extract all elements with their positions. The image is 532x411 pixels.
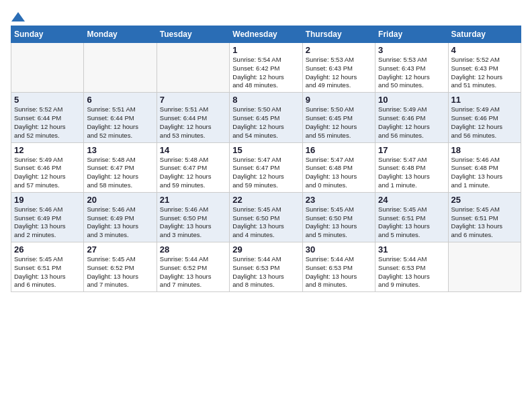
calendar-cell: 8Sunrise: 5:50 AMSunset: 6:45 PMDaylight… [230,93,302,142]
day-detail: Sunrise: 5:53 AMSunset: 6:43 PMDaylight:… [378,56,445,90]
calendar-cell: 2Sunrise: 5:53 AMSunset: 6:43 PMDaylight… [302,43,375,93]
calendar-cell: 27Sunrise: 5:45 AMSunset: 6:52 PMDayligh… [84,242,157,292]
day-detail: Sunrise: 5:44 AMSunset: 6:53 PMDaylight:… [378,255,445,289]
calendar-cell: 5Sunrise: 5:52 AMSunset: 6:44 PMDaylight… [11,93,84,142]
calendar-cell: 3Sunrise: 5:53 AMSunset: 6:43 PMDaylight… [375,43,448,93]
calendar-cell: 24Sunrise: 5:45 AMSunset: 6:51 PMDayligh… [375,192,448,242]
day-detail: Sunrise: 5:46 AMSunset: 6:50 PMDaylight:… [160,205,226,240]
day-detail: Sunrise: 5:52 AMSunset: 6:44 PMDaylight:… [14,105,81,140]
day-detail: Sunrise: 5:51 AMSunset: 6:44 PMDaylight:… [160,105,226,140]
calendar-cell: 10Sunrise: 5:49 AMSunset: 6:46 PMDayligh… [375,93,448,142]
day-number: 10 [378,95,445,105]
day-detail: Sunrise: 5:50 AMSunset: 6:45 PMDaylight:… [306,105,372,140]
day-number: 19 [14,195,81,205]
day-detail: Sunrise: 5:44 AMSunset: 6:53 PMDaylight:… [306,255,372,289]
day-detail: Sunrise: 5:53 AMSunset: 6:43 PMDaylight:… [306,56,372,90]
day-number: 1 [232,45,299,55]
calendar-cell: 20Sunrise: 5:46 AMSunset: 6:49 PMDayligh… [84,192,157,242]
day-detail: Sunrise: 5:47 AMSunset: 6:48 PMDaylight:… [306,156,372,190]
day-detail: Sunrise: 5:45 AMSunset: 6:51 PMDaylight:… [451,205,518,240]
day-detail: Sunrise: 5:48 AMSunset: 6:47 PMDaylight:… [160,156,226,190]
calendar-cell: 11Sunrise: 5:49 AMSunset: 6:46 PMDayligh… [448,93,521,142]
day-detail: Sunrise: 5:45 AMSunset: 6:50 PMDaylight:… [232,205,299,240]
day-number: 7 [160,95,226,105]
day-number: 2 [306,45,372,55]
day-number: 17 [378,145,445,155]
day-number: 4 [451,45,518,55]
calendar-cell: 12Sunrise: 5:49 AMSunset: 6:46 PMDayligh… [11,142,84,192]
calendar-week-row: 5Sunrise: 5:52 AMSunset: 6:44 PMDaylight… [11,93,521,142]
calendar-cell [448,242,521,292]
day-detail: Sunrise: 5:44 AMSunset: 6:52 PMDaylight:… [160,255,226,289]
day-number: 31 [378,244,445,255]
calendar-cell: 15Sunrise: 5:47 AMSunset: 6:47 PMDayligh… [230,142,302,192]
day-number: 9 [306,95,372,105]
calendar-cell [84,43,157,93]
day-detail: Sunrise: 5:45 AMSunset: 6:51 PMDaylight:… [14,255,81,289]
day-detail: Sunrise: 5:46 AMSunset: 6:48 PMDaylight:… [451,156,518,190]
day-number: 27 [87,244,153,255]
calendar-week-row: 1Sunrise: 5:54 AMSunset: 6:42 PMDaylight… [11,43,521,93]
day-detail: Sunrise: 5:52 AMSunset: 6:43 PMDaylight:… [451,56,518,90]
weekday-header-saturday: Saturday [448,26,521,43]
day-number: 13 [87,145,153,155]
day-number: 28 [160,244,226,255]
calendar-cell: 19Sunrise: 5:46 AMSunset: 6:49 PMDayligh… [11,192,84,242]
day-detail: Sunrise: 5:47 AMSunset: 6:48 PMDaylight:… [378,156,445,190]
day-number: 30 [306,244,372,255]
day-number: 24 [378,195,445,205]
weekday-header-tuesday: Tuesday [157,26,229,43]
calendar-cell: 28Sunrise: 5:44 AMSunset: 6:52 PMDayligh… [157,242,229,292]
calendar-cell: 30Sunrise: 5:44 AMSunset: 6:53 PMDayligh… [302,242,375,292]
day-detail: Sunrise: 5:46 AMSunset: 6:49 PMDaylight:… [87,205,153,240]
logo-block [11,11,25,23]
day-detail: Sunrise: 5:47 AMSunset: 6:47 PMDaylight:… [232,156,299,190]
day-number: 22 [232,195,299,205]
day-number: 8 [232,95,299,105]
calendar-cell: 29Sunrise: 5:44 AMSunset: 6:53 PMDayligh… [230,242,302,292]
calendar-cell: 18Sunrise: 5:46 AMSunset: 6:48 PMDayligh… [448,142,521,192]
day-number: 14 [160,145,226,155]
day-detail: Sunrise: 5:49 AMSunset: 6:46 PMDaylight:… [14,156,81,190]
calendar-cell: 7Sunrise: 5:51 AMSunset: 6:44 PMDaylight… [157,93,229,142]
day-detail: Sunrise: 5:44 AMSunset: 6:53 PMDaylight:… [232,255,299,289]
day-detail: Sunrise: 5:54 AMSunset: 6:42 PMDaylight:… [232,56,299,90]
logo [11,11,25,20]
calendar-cell: 31Sunrise: 5:44 AMSunset: 6:53 PMDayligh… [375,242,448,292]
calendar-week-row: 12Sunrise: 5:49 AMSunset: 6:46 PMDayligh… [11,142,521,192]
svg-marker-0 [11,12,25,21]
calendar-cell: 14Sunrise: 5:48 AMSunset: 6:47 PMDayligh… [157,142,229,192]
page: SundayMondayTuesdayWednesdayThursdayFrid… [0,0,532,411]
day-number: 12 [14,145,81,155]
calendar-cell: 22Sunrise: 5:45 AMSunset: 6:50 PMDayligh… [230,192,302,242]
day-number: 29 [232,244,299,255]
calendar-cell: 25Sunrise: 5:45 AMSunset: 6:51 PMDayligh… [448,192,521,242]
weekday-header-thursday: Thursday [302,26,375,43]
day-detail: Sunrise: 5:49 AMSunset: 6:46 PMDaylight:… [378,105,445,140]
day-detail: Sunrise: 5:50 AMSunset: 6:45 PMDaylight:… [232,105,299,140]
header [11,11,521,20]
weekday-header-monday: Monday [84,26,157,43]
calendar-week-row: 26Sunrise: 5:45 AMSunset: 6:51 PMDayligh… [11,242,521,292]
calendar-cell: 21Sunrise: 5:46 AMSunset: 6:50 PMDayligh… [157,192,229,242]
day-number: 3 [378,45,445,55]
calendar-cell: 9Sunrise: 5:50 AMSunset: 6:45 PMDaylight… [302,93,375,142]
day-number: 11 [451,95,518,105]
day-number: 21 [160,195,226,205]
day-number: 18 [451,145,518,155]
calendar-cell: 26Sunrise: 5:45 AMSunset: 6:51 PMDayligh… [11,242,84,292]
logo-icon [11,11,25,23]
calendar-cell: 6Sunrise: 5:51 AMSunset: 6:44 PMDaylight… [84,93,157,142]
calendar-cell: 1Sunrise: 5:54 AMSunset: 6:42 PMDaylight… [230,43,302,93]
calendar-cell: 17Sunrise: 5:47 AMSunset: 6:48 PMDayligh… [375,142,448,192]
calendar-cell [11,43,84,93]
day-number: 20 [87,195,153,205]
day-detail: Sunrise: 5:46 AMSunset: 6:49 PMDaylight:… [14,205,81,240]
weekday-header-wednesday: Wednesday [230,26,302,43]
day-detail: Sunrise: 5:45 AMSunset: 6:50 PMDaylight:… [306,205,372,240]
day-number: 16 [306,145,372,155]
calendar-table: SundayMondayTuesdayWednesdayThursdayFrid… [11,26,521,292]
day-detail: Sunrise: 5:48 AMSunset: 6:47 PMDaylight:… [87,156,153,190]
calendar-cell: 13Sunrise: 5:48 AMSunset: 6:47 PMDayligh… [84,142,157,192]
day-number: 5 [14,95,81,105]
